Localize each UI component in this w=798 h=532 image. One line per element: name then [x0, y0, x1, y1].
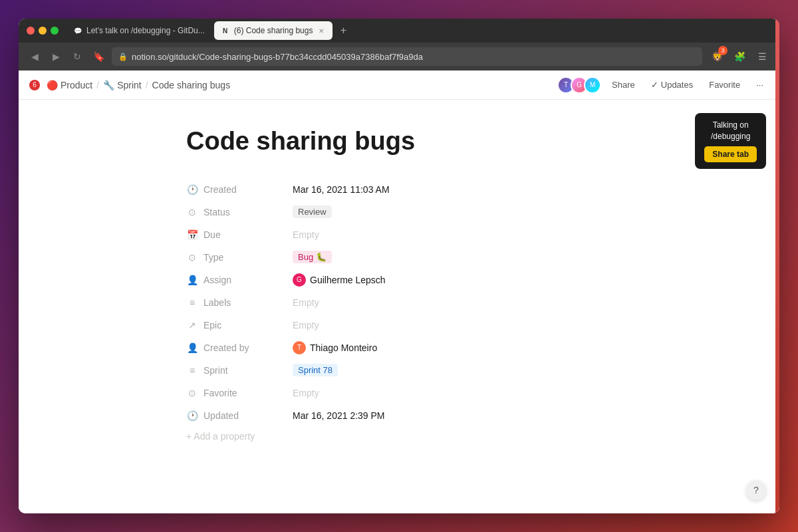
url-bar[interactable]: 🔒 notion.so/gitduck/Code-sharing-bugs-b7…: [112, 47, 702, 66]
clock-icon: 🕐: [186, 184, 198, 195]
breadcrumb-sprint[interactable]: 🔧 Sprint: [103, 80, 142, 90]
maximize-button[interactable]: [51, 27, 59, 35]
favorite-button[interactable]: Favorite: [704, 77, 745, 92]
property-type-label: ⊙ Type: [186, 252, 293, 263]
tag-icon: ⊙: [186, 252, 198, 263]
created-by-name: Thiago Monteiro: [310, 342, 377, 353]
property-created-by-value: T Thiago Monteiro: [293, 341, 612, 354]
minimize-button[interactable]: [39, 27, 47, 35]
person-created-icon: 👤: [186, 342, 198, 353]
calendar-icon: 📅: [186, 229, 198, 240]
properties-table: 🕐 Created Mar 16, 2021 11:03 AM ⊙ Status…: [186, 178, 612, 444]
person-assign-icon: 👤: [186, 275, 198, 285]
property-updated-label: 🕐 Updated: [186, 410, 293, 421]
property-due[interactable]: 📅 Due Empty: [186, 223, 612, 246]
labels-icon: ≡: [186, 297, 198, 308]
page-content: Code sharing bugs 🕐 Created Mar 16, 2021…: [146, 100, 652, 484]
updates-label: Updates: [661, 80, 693, 90]
breadcrumb-sep-2: /: [146, 80, 148, 90]
updated-date: Mar 16, 2021 2:39 PM: [293, 410, 385, 421]
property-favorite-value: Empty: [293, 388, 612, 398]
address-bar: ◀ ▶ ↻ 🔖 🔒 notion.so/gitduck/Code-sharing…: [19, 43, 779, 70]
forward-button[interactable]: ▶: [48, 49, 64, 65]
share-button[interactable]: Share: [606, 77, 640, 92]
property-assign-text: Assign: [203, 275, 231, 285]
property-labels-label: ≡ Labels: [186, 297, 293, 308]
property-due-label: 📅 Due: [186, 229, 293, 240]
sprint-list-icon: ≡: [186, 365, 198, 376]
status-badge: Review: [293, 205, 332, 218]
tab-code-sharing[interactable]: N (6) Code sharing bugs ✕: [214, 21, 333, 40]
property-labels-text: Labels: [203, 297, 231, 308]
property-status-value: Review: [293, 205, 612, 218]
property-created-by[interactable]: 👤 Created by T Thiago Monteiro: [186, 336, 612, 359]
talking-text: Talking on/debugging: [704, 120, 757, 142]
close-button[interactable]: [27, 27, 35, 35]
tab-favicon-debugging: 💬: [73, 26, 82, 35]
property-status[interactable]: ⊙ Status Review: [186, 201, 612, 223]
menu-button[interactable]: ☰: [753, 47, 771, 66]
tab-favicon-notion: N: [221, 26, 230, 35]
new-tab-button[interactable]: +: [335, 23, 351, 39]
tab-close-button[interactable]: ✕: [317, 26, 326, 35]
breadcrumb-product[interactable]: 🔴 Product: [47, 80, 92, 90]
property-favorite-label: ⊙ Favorite: [186, 388, 293, 398]
due-empty: Empty: [293, 229, 319, 240]
property-created-label: 🕐 Created: [186, 184, 293, 195]
breadcrumb-current[interactable]: Code sharing bugs: [152, 80, 231, 90]
property-created-text: Created: [203, 184, 237, 195]
property-type-text: Type: [203, 252, 223, 263]
talking-tooltip: Talking on/debugging Share tab: [695, 113, 766, 169]
property-created-value: Mar 16, 2021 11:03 AM: [293, 184, 612, 195]
breadcrumb-current-label: Code sharing bugs: [152, 80, 231, 90]
more-button[interactable]: ···: [751, 77, 769, 92]
property-due-value: Empty: [293, 229, 612, 240]
side-accent: [775, 19, 779, 513]
property-epic-label: ↗ Epic: [186, 320, 293, 331]
updated-clock-icon: 🕐: [186, 410, 198, 421]
property-epic-value: Empty: [293, 320, 612, 331]
assign-avatar: G: [293, 273, 306, 287]
window-controls: [27, 27, 59, 35]
labels-empty: Empty: [293, 297, 319, 308]
add-property-button[interactable]: + Add a property: [186, 428, 612, 444]
property-due-text: Due: [203, 229, 221, 240]
property-epic[interactable]: ↗ Epic Empty: [186, 314, 612, 336]
add-property-label: + Add a property: [186, 431, 255, 442]
favorite-icon: ⊙: [186, 388, 198, 398]
property-updated[interactable]: 🕐 Updated Mar 16, 2021 2:39 PM: [186, 404, 612, 427]
property-created[interactable]: 🕐 Created Mar 16, 2021 11:03 AM: [186, 178, 612, 201]
share-label: Share: [612, 80, 635, 90]
property-assign[interactable]: 👤 Assign G Guilherme Lepsch: [186, 269, 612, 291]
reload-button[interactable]: ↻: [69, 49, 85, 65]
back-button[interactable]: ◀: [27, 49, 43, 65]
checkmark-icon: ✓: [651, 80, 658, 90]
tab-title-notion: (6) Code sharing bugs: [234, 26, 313, 35]
browser-window: 💬 Let's talk on /debugging - GitDu... N …: [19, 19, 779, 513]
notion-toolbar: 6 🔴 Product / 🔧 Sprint / Code sharing bu…: [19, 70, 779, 100]
toolbar-actions: T G M Share ✓ Updates Favorite ···: [557, 76, 769, 94]
property-type[interactable]: ⊙ Type Bug 🐛: [186, 246, 612, 269]
extensions-button[interactable]: 🧩: [730, 47, 749, 66]
updates-button[interactable]: ✓ Updates: [646, 77, 698, 92]
sprint-badge: Sprint 78: [293, 364, 338, 376]
share-tab-button[interactable]: Share tab: [704, 146, 757, 162]
url-text: notion.so/gitduck/Code-sharing-bugs-b77b…: [132, 52, 423, 62]
property-updated-text: Updated: [203, 410, 239, 421]
property-created-by-label: 👤 Created by: [186, 342, 293, 353]
property-favorite[interactable]: ⊙ Favorite Empty: [186, 382, 612, 404]
favorite-label: Favorite: [709, 80, 740, 90]
avatar-group: T G M: [557, 76, 601, 94]
tab-debugging[interactable]: 💬 Let's talk on /debugging - GitDu...: [66, 21, 211, 40]
help-button[interactable]: ?: [746, 480, 766, 500]
property-labels-value: Empty: [293, 297, 612, 308]
breadcrumb-product-label: Product: [61, 80, 92, 90]
property-labels[interactable]: ≡ Labels Empty: [186, 291, 612, 314]
browser-actions: 🦁 3 🧩 ☰: [708, 47, 771, 66]
product-icon: 🔴: [47, 80, 58, 90]
type-badge: Bug 🐛: [293, 251, 332, 263]
tab-bar: 💬 Let's talk on /debugging - GitDu... N …: [66, 21, 771, 40]
bookmark-button[interactable]: 🔖: [90, 49, 106, 65]
brave-shield-button[interactable]: 🦁 3: [708, 47, 726, 66]
property-sprint[interactable]: ≡ Sprint Sprint 78: [186, 359, 612, 382]
